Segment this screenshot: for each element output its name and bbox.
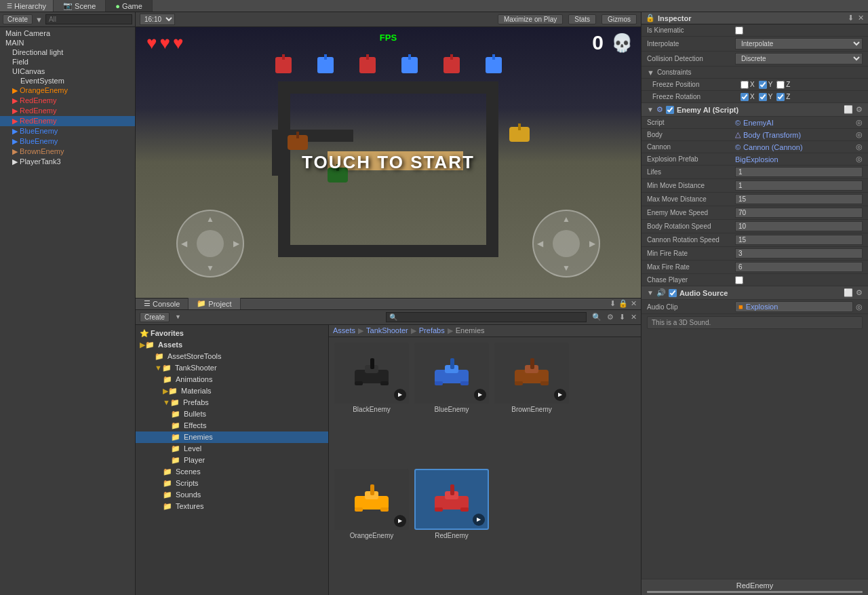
scene-tab-top[interactable]: 📷 Scene [54,0,106,12]
h-field[interactable]: Field [0,57,135,66]
h-main-camera[interactable]: Main Camera [0,28,135,38]
max-fire-input[interactable] [735,262,863,272]
file-orange-enemy[interactable]: ▶ OrangeEnemy [334,469,409,590]
constraints-section[interactable]: ▼ Constraints [642,66,868,79]
project-search[interactable] [386,312,587,322]
freeze-rot-z[interactable] [776,93,785,101]
hierarchy-create-btn[interactable]: Create [3,14,33,24]
file-brown-enemy[interactable]: ▶ BrownEnemy [494,343,569,463]
h-blue-enemy-2[interactable]: ▶ BlueEnemy [0,136,135,147]
console-tab[interactable]: ☰ Console [136,298,189,309]
cannon-value[interactable]: Cannon (Cannon) [743,143,802,151]
audio-source-enabled[interactable] [669,289,677,297]
freeze-rot-x[interactable] [741,93,749,101]
inspector-collapse-icon[interactable]: ⬇ [848,14,854,22]
freeze-pos-x[interactable] [741,81,749,89]
enemy-ai-enabled[interactable] [666,106,674,114]
breadcrumb-tankshooter[interactable]: TankShooter [366,326,408,334]
textures-folder[interactable]: 📁 Textures [136,501,328,512]
collapse-icon[interactable]: ⬇ [610,299,616,308]
hierarchy-search[interactable] [45,14,132,24]
prefabs-folder[interactable]: ▼📁 Prefabs [136,397,328,408]
enemy-speed-input[interactable] [735,208,863,218]
play-btn-blue[interactable]: ▶ [474,389,486,401]
script-target-icon[interactable]: ◎ [856,118,863,127]
joystick-right[interactable]: ▲ ▼ ◀ ▶ [532,210,600,277]
sounds-folder[interactable]: 📁 Sounds [136,489,328,501]
h-red-enemy-1[interactable]: ▶ RedEnemy [0,96,135,106]
scripts-folder[interactable]: 📁 Scripts [136,478,328,489]
project-create-btn[interactable]: Create [140,312,170,322]
audio-settings1[interactable]: ⬜ [844,288,853,297]
h-red-enemy-3[interactable]: ▶ RedEnemy [0,116,135,126]
audio-clip-target[interactable]: ◎ [856,303,863,311]
freeze-rot-y[interactable] [759,93,767,101]
level-folder[interactable]: 📁 Level [136,443,328,455]
collision-select[interactable]: Discrete [735,53,863,64]
cannon-rotation-input[interactable] [735,235,863,245]
enemy-ai-section[interactable]: ▼ ⚙ Enemy AI (Script) ⬜ ⚙ [642,103,868,117]
play-btn-red[interactable]: ▶ [473,514,485,526]
enemies-folder[interactable]: 📁 Enemies [136,431,328,443]
project-tab[interactable]: 📁 Project [189,298,240,309]
h-brown-enemy[interactable]: ▶ BrownEnemy [0,147,135,157]
explosion-target-icon[interactable]: ◎ [856,155,863,164]
collapse-icon-project[interactable]: ⬇ [619,313,625,322]
aspect-ratio-select[interactable]: 16:10 [140,14,175,25]
h-red-enemy-2[interactable]: ▶ RedEnemy [0,106,135,116]
play-btn-orange[interactable]: ▶ [394,515,406,527]
chase-player-checkbox[interactable] [735,276,743,284]
gizmos-btn[interactable]: Gizmos [601,14,637,24]
h-directional-light[interactable]: Directional light [0,47,135,57]
bullets-folder[interactable]: 📁 Bullets [136,408,328,420]
scenes-folder[interactable]: 📁 Scenes [136,466,328,478]
is-kinematic-checkbox[interactable] [735,26,743,35]
body-value[interactable]: Body (Transform) [743,131,801,139]
lock-icon-project[interactable]: 🔒 [618,299,628,308]
h-blue-enemy-1[interactable]: ▶ BlueEnemy [0,126,135,136]
player-folder[interactable]: 📁 Player [136,455,328,466]
assets-root[interactable]: ▶📁 Assets [136,339,328,351]
play-btn-black[interactable]: ▶ [394,389,406,401]
h-orange-enemy[interactable]: ▶ OrangeEnemy [0,85,135,96]
close-btn-project[interactable]: ✕ [631,313,637,322]
max-move-input[interactable] [735,194,863,204]
audio-clip-value[interactable]: Explosion [746,303,778,311]
script-value[interactable]: EnemyAI [743,119,774,127]
min-move-input[interactable] [735,180,863,191]
play-btn-brown[interactable]: ▶ [554,389,566,401]
enemy-ai-settings2[interactable]: ⚙ [856,105,863,114]
game-tab-top[interactable]: ● Game [106,0,153,12]
interpolate-select[interactable]: Interpolate [735,38,863,50]
enemy-ai-settings1[interactable]: ⬜ [844,105,853,114]
min-fire-input[interactable] [735,248,863,258]
audio-settings2[interactable]: ⚙ [856,288,863,297]
h-uicanvas[interactable]: UICanvas [0,66,135,76]
joystick-left[interactable]: ▲ ▼ ◀ ▶ [176,210,244,277]
close-icon-project[interactable]: ✕ [631,299,637,308]
materials-folder[interactable]: ▶📁 Materials [136,385,328,397]
h-main[interactable]: MAIN [0,38,135,47]
stats-btn[interactable]: Stats [568,14,596,24]
h-player-tank[interactable]: ▶ PlayerTank3 [0,157,135,167]
hierarchy-tab[interactable]: ☰ Hierarchy [0,0,54,12]
h-eventsystem[interactable]: EventSystem [0,76,135,85]
settings-icon-project[interactable]: ⚙ [607,313,614,322]
effects-folder[interactable]: 📁 Effects [136,420,328,431]
maximize-play-btn[interactable]: Maximize on Play [498,14,563,24]
file-black-enemy[interactable]: ▶ BlackEnemy [334,343,409,463]
favorites-item[interactable]: ⭐ Favorites [136,328,328,339]
freeze-pos-y[interactable] [759,81,767,89]
breadcrumb-prefabs[interactable]: Prefabs [419,326,445,334]
cannon-target-icon[interactable]: ◎ [856,142,863,151]
animations-folder[interactable]: 📁 Animations [136,374,328,385]
breadcrumb-assets[interactable]: Assets [333,326,355,334]
audio-source-section[interactable]: ▼ 🔊 Audio Source ⬜ ⚙ [642,286,868,300]
lifes-input[interactable] [735,167,863,177]
inspector-close-icon[interactable]: ✕ [858,14,864,22]
explosion-value[interactable]: BigExplosion [735,155,778,164]
body-rotation-input[interactable] [735,221,863,231]
freeze-pos-z[interactable] [776,81,785,89]
body-target-icon[interactable]: ◎ [856,130,863,139]
file-red-enemy[interactable]: ▶ RedEnemy [414,469,489,590]
